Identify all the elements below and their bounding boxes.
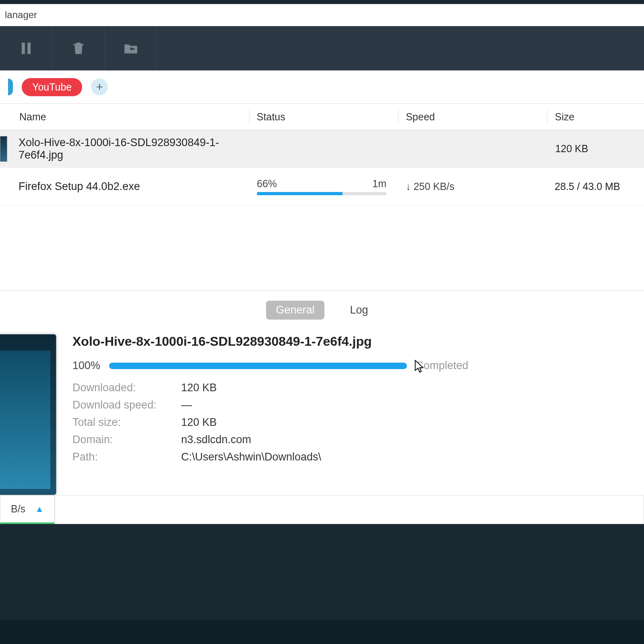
file-name: Firefox Setup 44.0b2.exe <box>19 180 140 192</box>
label-speed: Download speed: <box>72 399 181 411</box>
speed-widget[interactable]: B/s ▲ <box>0 495 55 524</box>
col-name-header[interactable]: Name <box>0 111 249 123</box>
chip-partial[interactable] <box>8 78 13 95</box>
file-thumbnail-icon <box>0 136 7 162</box>
progress-bar <box>257 192 386 195</box>
download-eta: 1m <box>372 178 386 190</box>
value-downloaded: 120 KB <box>181 382 217 394</box>
svg-rect-1 <box>27 43 31 54</box>
pause-icon <box>19 41 34 56</box>
tab-log[interactable]: Log <box>341 301 378 320</box>
app-title: lanager <box>5 9 37 21</box>
detail-status: Completed <box>416 359 469 372</box>
chevron-up-icon: ▲ <box>35 504 44 514</box>
download-percent: 66% <box>257 178 277 190</box>
label-downloaded: Downloaded: <box>72 382 181 394</box>
table-row[interactable]: Firefox Setup 44.0b2.exe 66% 1m ↓ 250 KB… <box>0 168 644 206</box>
svg-rect-0 <box>21 43 25 54</box>
file-size: 28.5 / 43.0 MB <box>547 181 644 192</box>
tab-general[interactable]: General <box>266 301 324 320</box>
open-folder-button[interactable] <box>105 26 157 70</box>
status-bar: B/s ▲ <box>0 495 644 524</box>
filter-bar: YouTube + <box>0 70 644 103</box>
detail-percent: 100% <box>72 359 100 372</box>
detail-filename: Xolo-Hive-8x-1000i-16-SDL928930849-1-7e6… <box>72 334 632 349</box>
progress-fill <box>257 192 343 195</box>
col-status-header[interactable]: Status <box>250 111 398 123</box>
trash-icon <box>71 41 86 56</box>
label-domain: Domain: <box>72 433 181 446</box>
value-speed: — <box>181 399 192 411</box>
titlebar: lanager <box>0 4 644 26</box>
detail-progress-bar <box>109 363 407 369</box>
youtube-chip[interactable]: YouTube <box>22 78 82 96</box>
value-domain: n3.sdlcdn.com <box>181 433 251 446</box>
table-header: Name Status Speed Size <box>0 103 644 130</box>
delete-button[interactable] <box>52 26 105 70</box>
value-total: 120 KB <box>181 416 217 429</box>
col-speed-header[interactable]: Speed <box>398 111 547 123</box>
preview-thumbnail <box>0 334 56 495</box>
toolbar <box>0 26 644 70</box>
download-speed: ↓ 250 KB/s <box>398 181 547 192</box>
table-row[interactable]: Xolo-Hive-8x-1000i-16-SDL928930849-1-7e6… <box>0 130 644 168</box>
details-panel: General Log Xolo-Hive-8x-1000i-16-SDL928… <box>0 290 644 524</box>
file-name: Xolo-Hive-8x-1000i-16-SDL928930849-1-7e6… <box>19 136 219 161</box>
add-chip-button[interactable]: + <box>91 78 108 95</box>
details-tabs: General Log <box>0 298 644 322</box>
app-window: lanager YouTube + Name Status Speed Size… <box>0 4 644 524</box>
pause-button[interactable] <box>0 26 52 70</box>
col-size-header[interactable]: Size <box>547 111 644 123</box>
file-size: 120 KB <box>548 143 644 155</box>
value-path: C:\Users\Ashwin\Downloads\ <box>181 451 321 463</box>
label-path: Path: <box>72 451 181 463</box>
folder-open-icon <box>123 41 138 56</box>
label-total: Total size: <box>72 416 181 429</box>
speed-unit: B/s <box>11 503 25 515</box>
